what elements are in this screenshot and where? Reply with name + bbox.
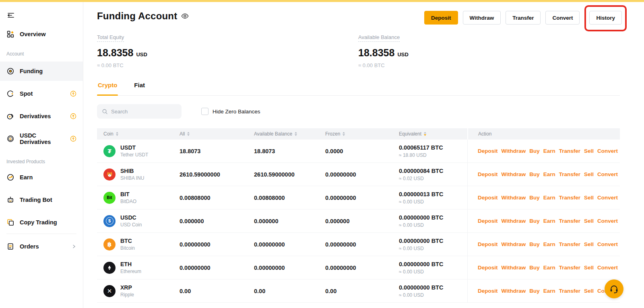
sidebar-item-label: Funding bbox=[20, 68, 43, 74]
action-link[interactable]: Earn bbox=[543, 241, 555, 247]
sidebar-item-funding[interactable]: Funding bbox=[0, 62, 83, 81]
action-link[interactable]: Convert bbox=[597, 148, 618, 154]
action-link[interactable]: Buy bbox=[529, 218, 540, 224]
headset-icon bbox=[609, 284, 619, 294]
action-link[interactable]: Sell bbox=[584, 171, 594, 177]
action-link[interactable]: Sell bbox=[584, 218, 594, 224]
action-link[interactable]: Transfer bbox=[559, 241, 580, 247]
action-link[interactable]: Sell bbox=[584, 195, 594, 201]
cell-all: 2610.59000000 bbox=[173, 171, 248, 178]
action-link[interactable]: Buy bbox=[529, 265, 540, 271]
action-link[interactable]: Deposit bbox=[478, 288, 498, 294]
action-link[interactable]: Deposit bbox=[478, 265, 498, 271]
action-link[interactable]: Transfer bbox=[559, 171, 580, 177]
action-link[interactable]: Sell bbox=[584, 148, 594, 154]
action-link[interactable]: Deposit bbox=[478, 218, 498, 224]
coin-name: Bitcoin bbox=[120, 245, 135, 251]
available-balance-btc: ≈ 0.00 BTC bbox=[358, 62, 409, 68]
sidebar-item-copy-trading[interactable]: Copy Trading bbox=[0, 213, 83, 232]
available-balance-value: 18.8358 bbox=[358, 47, 394, 59]
sidebar-item-derivatives[interactable]: Derivatives bbox=[0, 107, 83, 126]
action-link[interactable]: Earn bbox=[543, 288, 555, 294]
action-link[interactable]: Transfer bbox=[559, 218, 580, 224]
sidebar-item-earn[interactable]: Earn bbox=[0, 168, 83, 187]
cell-available-balance: 2610.59000000 bbox=[248, 171, 319, 178]
action-link[interactable]: Deposit bbox=[478, 171, 498, 177]
sidebar-item-trading-bot[interactable]: Trading Bot bbox=[0, 190, 83, 209]
action-link[interactable]: Sell bbox=[584, 288, 594, 294]
action-link[interactable]: Withdraw bbox=[502, 148, 526, 154]
sort-icon bbox=[116, 132, 118, 136]
action-link[interactable]: Transfer bbox=[559, 195, 580, 201]
action-link[interactable]: Convert bbox=[597, 241, 618, 247]
cell-frozen: 0.0000 bbox=[319, 148, 393, 154]
column-header-coin[interactable]: Coin bbox=[97, 128, 173, 140]
action-link[interactable]: Earn bbox=[543, 218, 555, 224]
transfer-button[interactable]: Transfer bbox=[506, 11, 541, 25]
action-link[interactable]: Transfer bbox=[559, 265, 580, 271]
action-link[interactable]: Deposit bbox=[478, 148, 498, 154]
action-link[interactable]: Transfer bbox=[559, 148, 580, 154]
action-link[interactable]: Withdraw bbox=[502, 241, 526, 247]
column-header-available-balance[interactable]: Available Balance bbox=[248, 128, 319, 140]
tab-fiat[interactable]: Fiat bbox=[133, 81, 146, 95]
action-link[interactable]: Deposit bbox=[478, 195, 498, 201]
hide-zero-balances-label: Hide Zero Balances bbox=[213, 109, 260, 115]
column-header-all[interactable]: All bbox=[173, 128, 248, 140]
tab-crypto[interactable]: Crypto bbox=[97, 81, 118, 95]
sidebar-item-label: Trading Bot bbox=[20, 197, 52, 203]
withdraw-button[interactable]: Withdraw bbox=[463, 11, 501, 25]
total-equity-label: Total Equity bbox=[97, 34, 124, 42]
coin-icon bbox=[103, 168, 116, 181]
action-link[interactable]: Withdraw bbox=[502, 195, 526, 201]
action-link[interactable]: Buy bbox=[529, 195, 540, 201]
sidebar-item-spot[interactable]: Spot bbox=[0, 84, 83, 103]
deposit-button[interactable]: Deposit bbox=[424, 11, 458, 25]
sidebar-item-usdc-derivatives[interactable]: $ USDC Derivatives bbox=[0, 129, 83, 148]
action-link[interactable]: Convert bbox=[597, 265, 618, 271]
action-link[interactable]: Buy bbox=[529, 171, 540, 177]
cell-equivalent: 0.00000000 BTC ≈ 0.00 USD bbox=[393, 214, 467, 228]
cell-frozen: 0.00000000 bbox=[319, 171, 393, 178]
coin-symbol: USDT bbox=[120, 144, 148, 151]
coin-icon bbox=[103, 262, 116, 274]
action-link[interactable]: Withdraw bbox=[502, 218, 526, 224]
sidebar-item-overview[interactable]: Overview bbox=[0, 25, 83, 44]
eye-icon[interactable] bbox=[181, 13, 189, 19]
sidebar-item-orders[interactable]: Orders bbox=[0, 237, 83, 256]
support-chat-button[interactable] bbox=[605, 279, 623, 298]
action-link[interactable]: Convert bbox=[597, 171, 618, 177]
action-link[interactable]: Earn bbox=[543, 195, 555, 201]
equivalent-usd: ≈ 0.02 USD bbox=[399, 176, 467, 181]
action-link[interactable]: Deposit bbox=[478, 241, 498, 247]
coin-cell: ✕ XRPRipple bbox=[97, 284, 173, 298]
action-link[interactable]: Withdraw bbox=[502, 288, 526, 294]
action-link[interactable]: Sell bbox=[584, 241, 594, 247]
collapse-sidebar-icon[interactable] bbox=[6, 11, 15, 20]
cell-actions: DepositWithdrawBuyEarnTransferSellConver… bbox=[467, 209, 620, 232]
action-link[interactable]: Earn bbox=[543, 171, 555, 177]
action-link[interactable]: Buy bbox=[529, 288, 540, 294]
funding-target-icon bbox=[6, 67, 14, 75]
history-button[interactable]: History bbox=[589, 11, 622, 25]
action-link[interactable]: Sell bbox=[584, 265, 594, 271]
cell-frozen: 0.000000 bbox=[319, 218, 393, 224]
equivalent-usd: ≈ 0.00 USD bbox=[399, 246, 467, 251]
action-link[interactable]: Buy bbox=[529, 148, 540, 154]
search-input[interactable] bbox=[111, 109, 171, 115]
coin-icon: Bit bbox=[103, 192, 116, 204]
equivalent-btc: 0.00000000 BTC bbox=[399, 284, 467, 291]
action-link[interactable]: Convert bbox=[597, 195, 618, 201]
action-link[interactable]: Earn bbox=[543, 265, 555, 271]
column-header-equivalent[interactable]: Equivalent bbox=[393, 128, 467, 140]
action-link[interactable]: Withdraw bbox=[502, 265, 526, 271]
hide-zero-balances-checkbox[interactable] bbox=[201, 108, 208, 115]
overview-grid-icon bbox=[6, 30, 14, 38]
action-link[interactable]: Earn bbox=[543, 148, 555, 154]
action-link[interactable]: Transfer bbox=[559, 288, 580, 294]
action-link[interactable]: Withdraw bbox=[502, 171, 526, 177]
action-link[interactable]: Convert bbox=[597, 218, 618, 224]
convert-button[interactable]: Convert bbox=[545, 11, 580, 25]
action-link[interactable]: Buy bbox=[529, 241, 540, 247]
column-header-frozen[interactable]: Frozen bbox=[319, 128, 393, 140]
